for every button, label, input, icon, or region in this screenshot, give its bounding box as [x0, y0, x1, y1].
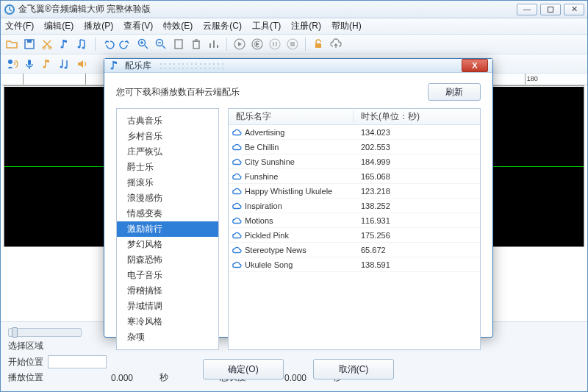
svg-rect-19: [28, 60, 31, 65]
song-duration: 134.023: [354, 128, 480, 137]
song-row[interactable]: Happy Whistling Ukulele123.218: [229, 184, 480, 199]
svg-point-22: [65, 66, 68, 68]
menu-file[interactable]: 文件(F): [5, 20, 34, 32]
category-item[interactable]: 浪漫感伤: [117, 190, 218, 206]
toolbar-separator: [226, 38, 227, 51]
category-item[interactable]: 情感变奏: [117, 206, 218, 221]
category-item[interactable]: 电子音乐: [117, 268, 218, 283]
cloud-icon: [229, 186, 245, 196]
song-row[interactable]: Advertising134.023: [229, 125, 480, 140]
song-row[interactable]: Motions116.931: [229, 213, 480, 228]
mic-icon[interactable]: [23, 57, 36, 71]
song-row[interactable]: Ukulele Song138.591: [229, 257, 480, 272]
toolbar-separator: [305, 38, 306, 51]
category-item[interactable]: 杂项: [117, 329, 218, 345]
category-item[interactable]: 异域情调: [117, 299, 218, 314]
app-logo-icon: [4, 4, 15, 15]
pause-icon[interactable]: [268, 38, 282, 51]
cloud-icon: [229, 127, 245, 138]
song-duration: 65.672: [354, 246, 480, 254]
song-list-header: 配乐名字 时长(单位：秒): [229, 109, 480, 125]
menu-edit[interactable]: 编辑(E): [44, 20, 74, 32]
ok-button[interactable]: 确定(O): [203, 359, 284, 379]
song-row[interactable]: Pickled Pink175.256: [229, 228, 480, 243]
category-item[interactable]: 摇滚乐: [117, 175, 218, 190]
play-pos-label: 播放位置: [8, 371, 43, 384]
zoom-out-icon[interactable]: [154, 38, 168, 51]
maximize-button[interactable]: [540, 4, 561, 15]
levels-icon[interactable]: [207, 38, 220, 51]
zoom-slider[interactable]: [8, 328, 82, 337]
song-name: Motions: [245, 216, 354, 225]
note2-icon[interactable]: [76, 38, 89, 51]
window-close-button[interactable]: ✕: [564, 4, 584, 15]
song-duration: 175.256: [354, 231, 480, 240]
zoom-in-icon[interactable]: [137, 38, 150, 51]
menu-play[interactable]: 播放(P): [84, 20, 113, 32]
cloud-icon: [229, 171, 245, 182]
menu-register[interactable]: 注册(R): [291, 20, 321, 32]
svg-point-18: [8, 60, 12, 64]
cloud-icon: [229, 142, 245, 152]
category-list[interactable]: 古典音乐乡村音乐庄严恢弘爵士乐摇滚乐浪漫感伤情感变奏激励前行梦幻风格阴森恐怖电子…: [116, 108, 219, 350]
dialog-hint: 您可下载和播放数百种云端配乐: [116, 86, 428, 99]
cancel-button[interactable]: 取消(C): [313, 359, 394, 379]
undo-icon[interactable]: [101, 38, 115, 51]
category-item[interactable]: 阴森恐怖: [117, 252, 218, 268]
svg-rect-16: [290, 42, 295, 46]
song-row[interactable]: Stereotype News65.672: [229, 243, 480, 257]
toolbar-separator: [95, 38, 96, 51]
note-icon[interactable]: [58, 38, 71, 51]
category-item[interactable]: 寒冷风格: [117, 314, 218, 329]
dialog-icon: [109, 60, 121, 71]
open-icon[interactable]: [5, 38, 18, 51]
cloud-icon: [229, 201, 245, 211]
svg-rect-10: [175, 40, 182, 49]
song-row[interactable]: Inspiration138.252: [229, 199, 480, 213]
song-duration: 116.931: [354, 216, 480, 225]
category-item[interactable]: 滑稽搞怪: [117, 283, 218, 299]
menu-tools[interactable]: 工具(T): [252, 20, 281, 32]
minimize-button[interactable]: —: [517, 4, 537, 15]
song-list[interactable]: Advertising134.023Be Chillin202.553City …: [229, 125, 480, 349]
category-item[interactable]: 爵士乐: [117, 160, 218, 175]
menu-help[interactable]: 帮助(H): [331, 20, 362, 32]
svg-point-5: [61, 46, 64, 49]
svg-point-23: [111, 68, 114, 70]
window-title: 金飞翼®音频编辑大师 完整体验版: [18, 3, 514, 15]
cut-icon[interactable]: [40, 38, 54, 51]
category-item[interactable]: 梦幻风格: [117, 237, 218, 252]
music-icon[interactable]: [40, 57, 54, 71]
window-titlebar: 金飞翼®音频编辑大师 完整体验版 — ✕: [1, 1, 587, 18]
voice-icon[interactable]: [5, 57, 18, 71]
dialog-title-text: 配乐库: [125, 60, 151, 72]
category-item[interactable]: 乡村音乐: [117, 129, 218, 144]
refresh-button[interactable]: 刷新: [428, 83, 481, 101]
song-row[interactable]: Be Chillin202.553: [229, 140, 480, 154]
song-name: Pickled Pink: [245, 231, 354, 240]
svg-point-20: [43, 65, 46, 68]
menu-view[interactable]: 查看(V): [123, 20, 153, 32]
stop-icon[interactable]: [286, 38, 299, 51]
speaker-icon[interactable]: [76, 57, 89, 71]
cloud-upload-icon[interactable]: [329, 38, 343, 51]
start-pos-input[interactable]: [48, 355, 107, 368]
song-row[interactable]: Funshine165.068: [229, 169, 480, 184]
doc-icon[interactable]: [172, 38, 185, 51]
save-icon[interactable]: [23, 38, 36, 51]
song-name: Funshine: [245, 172, 354, 181]
category-item[interactable]: 古典音乐: [117, 113, 218, 129]
music2-icon[interactable]: [58, 57, 71, 71]
song-row[interactable]: City Sunshine184.999: [229, 154, 480, 169]
category-item[interactable]: 庄严恢弘: [117, 144, 218, 160]
lock-icon[interactable]: [312, 38, 325, 51]
play-icon[interactable]: [233, 38, 246, 51]
delete-icon[interactable]: [190, 38, 203, 51]
play-loop-icon[interactable]: [251, 38, 264, 51]
category-item[interactable]: 激励前行: [117, 221, 218, 237]
song-name: Stereotype News: [245, 246, 354, 254]
dialog-close-button[interactable]: X: [462, 59, 488, 72]
menu-cloud[interactable]: 云服务(C): [203, 20, 242, 32]
menu-effect[interactable]: 特效(E): [163, 20, 193, 32]
redo-icon[interactable]: [119, 38, 132, 51]
